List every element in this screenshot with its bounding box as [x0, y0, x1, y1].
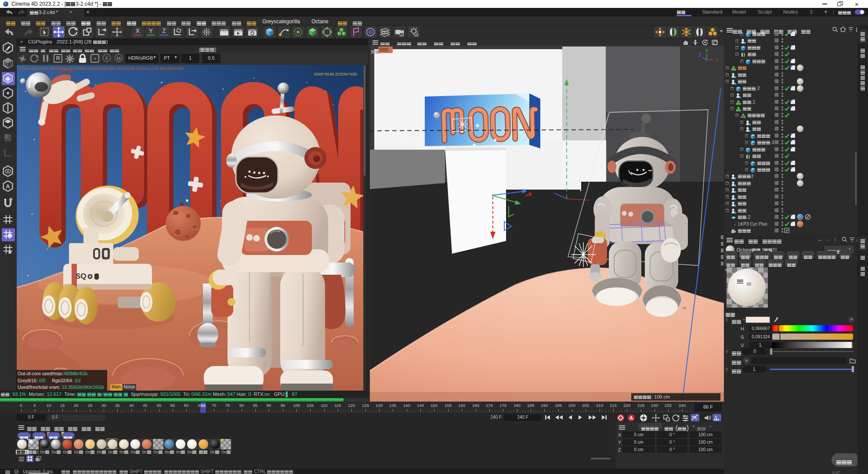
svg-text:Y: Y	[705, 48, 709, 54]
svg-text:S1: S1	[401, 34, 404, 36]
svg-text:A: A	[715, 415, 717, 419]
svg-text:A: A	[6, 183, 10, 190]
svg-text:Z: Z	[698, 53, 701, 57]
svg-text:A: A	[8, 250, 11, 255]
svg-text:2048*2048 ZOOM:%50: 2048*2048 ZOOM:%50	[314, 72, 357, 76]
svg-text:S1: S1	[415, 34, 419, 36]
svg-text:A: A	[629, 415, 633, 420]
svg-text:X: X	[715, 57, 718, 62]
svg-text:SQ: SQ	[76, 272, 87, 280]
svg-text:Check:2ms/0ms MeshRam:5.03Mac: Check:2ms/0ms MeshRam:5.03Mac Update(M):…	[18, 66, 184, 71]
